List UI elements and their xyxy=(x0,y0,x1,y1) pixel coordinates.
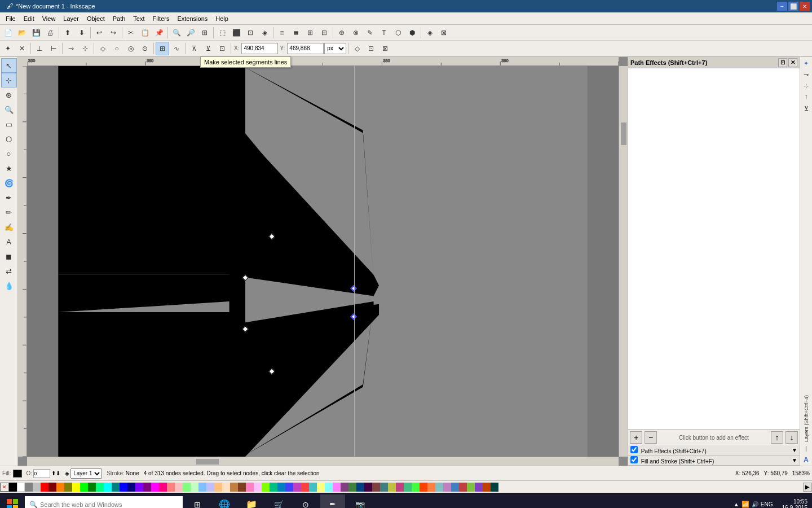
swatch-extra16[interactable] xyxy=(380,483,388,492)
swatch-extra24[interactable] xyxy=(443,483,451,492)
swatch-extra18[interactable] xyxy=(396,483,404,492)
save-btn[interactable]: 💾 xyxy=(29,26,43,40)
tool-3d[interactable]: ⬡ xyxy=(1,132,17,146)
maximize-button[interactable]: ⬜ xyxy=(788,2,798,11)
swatch-extra28[interactable] xyxy=(475,483,483,492)
canvas-container[interactable]: 350 360 370 380 390 xyxy=(18,57,628,466)
swatch-extra9[interactable] xyxy=(325,483,333,492)
swatch-extra22[interactable] xyxy=(427,483,435,492)
palette-scroll-right[interactable]: ▶ xyxy=(803,483,812,492)
node-symmetric-btn[interactable]: ◎ xyxy=(124,42,138,55)
show-handles-btn[interactable]: ◇ xyxy=(350,42,364,55)
zoom-fit-btn[interactable]: ⊞ xyxy=(198,26,211,40)
right-icon-1[interactable]: ⊸ xyxy=(801,69,811,80)
node-break-btn[interactable]: ⊢ xyxy=(47,42,60,55)
swatch-extra5[interactable] xyxy=(293,483,301,492)
tb-btn6[interactable]: ≣ xyxy=(289,26,303,40)
unit-select[interactable]: pxmmcmin xyxy=(324,43,346,54)
node-cusp-btn[interactable]: ◇ xyxy=(96,42,109,55)
tb-btn13[interactable]: ⬡ xyxy=(391,26,405,40)
add-effect-btn[interactable]: + xyxy=(630,431,642,444)
swatch-yellow[interactable] xyxy=(72,483,80,492)
panel-dropdown-path-effects[interactable]: Path Effects (Shift+Ctrl+7) ▼ xyxy=(628,445,800,456)
tool-rect[interactable]: ▭ xyxy=(1,117,17,132)
swatch-orchid[interactable] xyxy=(254,483,262,492)
swatch-cyan[interactable] xyxy=(104,483,112,492)
menu-help[interactable]: Help xyxy=(212,14,232,23)
swatch-extra26[interactable] xyxy=(459,483,467,492)
swatch-teal[interactable] xyxy=(112,483,120,492)
swatch-extra10[interactable] xyxy=(333,483,341,492)
swatch-extra20[interactable] xyxy=(412,483,420,492)
tb-btn16[interactable]: ⊠ xyxy=(437,26,451,40)
panel-checkbox-2[interactable] xyxy=(630,456,638,463)
menu-object[interactable]: Object xyxy=(83,14,108,23)
swatch-magenta[interactable] xyxy=(151,483,159,492)
tool-dropper[interactable]: 💧 xyxy=(1,278,17,293)
make-line-btn[interactable]: ⊞ xyxy=(156,42,169,55)
undo-btn[interactable]: ↩ xyxy=(92,26,106,40)
right-icon-snap[interactable]: ✦ xyxy=(801,58,811,68)
volume-icon[interactable]: 🔊 xyxy=(752,501,758,507)
node-delete-btn[interactable]: ✕ xyxy=(15,42,29,55)
swatch-extra14[interactable] xyxy=(364,483,372,492)
copy-btn[interactable]: 📋 xyxy=(138,26,152,40)
right-icon-2[interactable]: ⊹ xyxy=(801,81,811,91)
tool-zoom[interactable]: 🔍 xyxy=(1,102,17,117)
store-btn[interactable]: 🛒 xyxy=(266,494,291,509)
tb-btn7[interactable]: ⊞ xyxy=(303,26,317,40)
tb-btn4[interactable]: ◈ xyxy=(258,26,271,40)
swatch-palegreen[interactable] xyxy=(191,483,198,492)
import-btn[interactable]: ⬆ xyxy=(61,26,74,40)
swatch-extra2[interactable] xyxy=(270,483,277,492)
tool-circle[interactable]: ○ xyxy=(1,146,17,161)
swatch-silver[interactable] xyxy=(33,483,41,492)
swatch-extra21[interactable] xyxy=(420,483,427,492)
swatch-olive[interactable] xyxy=(64,483,72,492)
menu-view[interactable]: View xyxy=(39,14,59,23)
swatch-purple[interactable] xyxy=(143,483,151,492)
swatch-extra13[interactable] xyxy=(356,483,364,492)
cut-btn[interactable]: ✂ xyxy=(124,26,138,40)
vertical-scrollbar[interactable] xyxy=(619,66,628,457)
swatch-pink[interactable] xyxy=(159,483,167,492)
swatch-red[interactable] xyxy=(41,483,48,492)
tb-btn1[interactable]: ⬚ xyxy=(215,26,229,40)
swatch-darkred[interactable] xyxy=(48,483,56,492)
swatch-extra6[interactable] xyxy=(301,483,309,492)
tool-text[interactable]: A xyxy=(1,234,17,249)
swatch-brown[interactable] xyxy=(230,483,238,492)
search-input[interactable] xyxy=(40,501,178,508)
tb-btn2[interactable]: ⬛ xyxy=(230,26,243,40)
snap-mid-btn[interactable]: ⊠ xyxy=(378,42,392,55)
layer-select[interactable]: Layer 1 xyxy=(70,468,102,479)
swatch-green[interactable] xyxy=(88,483,96,492)
swatch-extra25[interactable] xyxy=(451,483,459,492)
zoom-out-btn[interactable]: 🔎 xyxy=(184,26,197,40)
swatch-blue[interactable] xyxy=(120,483,127,492)
no-color-swatch[interactable]: ✕ xyxy=(0,483,9,492)
tb-node11[interactable]: ✎ xyxy=(363,26,377,40)
print-btn[interactable]: 🖨 xyxy=(43,26,57,40)
redo-btn[interactable]: ↪ xyxy=(107,26,120,40)
new-btn[interactable]: 📄 xyxy=(1,26,15,40)
panel-undock-btn[interactable]: ⊡ xyxy=(778,58,787,67)
minimize-button[interactable]: − xyxy=(777,2,787,11)
canvas[interactable] xyxy=(27,66,619,457)
tool-gradient[interactable]: ◼ xyxy=(1,249,17,264)
swatch-black[interactable] xyxy=(9,483,17,492)
open-btn[interactable]: 📂 xyxy=(15,26,29,40)
paste-btn[interactable]: 📌 xyxy=(152,26,166,40)
dropdown-arrow-1[interactable]: ▼ xyxy=(792,447,797,453)
tool-node[interactable]: ⊹ xyxy=(1,73,17,87)
node-delete-seg-btn[interactable]: ⊹ xyxy=(78,42,92,55)
zoom-in-btn[interactable]: 🔍 xyxy=(170,26,183,40)
menu-layer[interactable]: Layer xyxy=(60,14,82,23)
menu-text[interactable]: Text xyxy=(130,14,148,23)
y-input[interactable] xyxy=(287,43,324,54)
tool-pen[interactable]: ✒ xyxy=(1,190,17,205)
effect-down-btn[interactable]: ↓ xyxy=(785,431,798,444)
tb-btn15[interactable]: ◈ xyxy=(423,26,436,40)
horizontal-scrollbar[interactable] xyxy=(27,457,619,466)
search-bar[interactable]: 🔍 xyxy=(25,496,183,509)
